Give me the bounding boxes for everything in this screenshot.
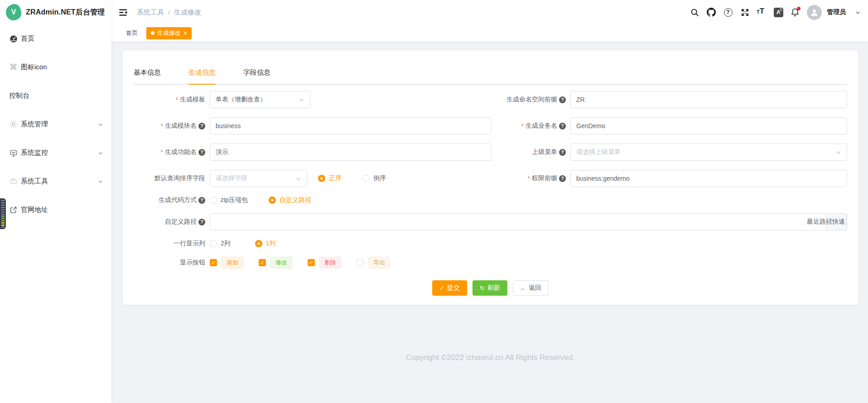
parent-menu-select[interactable]: 请选择上级菜单 xyxy=(570,144,847,161)
question-mark-glyph: ? xyxy=(724,8,733,17)
external-link-icon xyxy=(9,206,18,214)
help-circle-icon[interactable]: ? xyxy=(559,149,566,156)
notification-bell-icon[interactable] xyxy=(790,7,800,18)
help-circle-icon[interactable]: ? xyxy=(198,123,205,130)
tag-edit: 修改 xyxy=(270,257,292,269)
breadcrumb-separator: / xyxy=(168,9,170,16)
namespace-prefix-label: 生成命名空间前缀 ? xyxy=(498,96,570,104)
recent-path-button[interactable]: 最近路径快速 xyxy=(807,218,845,226)
translate-icon[interactable]: A文 xyxy=(773,7,783,18)
breadcrumb-item: 生成修改 xyxy=(174,8,201,17)
help-circle-icon[interactable]: ? xyxy=(198,197,205,204)
checkbox-icon: ✓ xyxy=(259,259,266,266)
tab-gen-info[interactable]: 生成信息 xyxy=(188,68,216,84)
sidebar-item-official-site[interactable]: 官网地址 xyxy=(0,196,111,224)
font-size-icon[interactable]: TT xyxy=(757,7,767,18)
radio-sort-asc[interactable]: 正序 xyxy=(318,174,342,182)
help-circle-icon[interactable]: ? xyxy=(559,175,566,182)
radio-zip[interactable]: zip压缩包 xyxy=(210,196,248,204)
sidebar-item-system-manage[interactable]: 系统管理 xyxy=(0,110,111,139)
tab-gen-edit[interactable]: 生成修改 × xyxy=(146,27,192,39)
user-name[interactable]: 管理员 xyxy=(827,8,846,16)
business-name-input[interactable]: GenDemo xyxy=(570,117,847,134)
sort-field-select[interactable]: 请选择字段 xyxy=(210,170,307,187)
tab-basic-info[interactable]: 基本信息 xyxy=(134,68,161,84)
checkbox-export[interactable]: 导出 xyxy=(357,257,390,269)
gen-template-select[interactable]: 单表（增删改查） xyxy=(210,91,310,108)
custom-path-input[interactable]: 最近路径快速 xyxy=(210,213,847,230)
sidebar-item-label: 系统监控 xyxy=(21,149,48,157)
topbar-actions: ? TT A文 管理员 xyxy=(690,5,863,20)
chevron-down-icon xyxy=(98,122,103,127)
back-button[interactable]: ← 返回 xyxy=(513,280,549,296)
sidebar-item-system-tools[interactable]: 系统工具 xyxy=(0,167,111,196)
chevron-down-icon xyxy=(295,176,301,182)
app-logo-icon: V xyxy=(6,4,21,20)
module-name-input[interactable]: business xyxy=(210,117,492,134)
radio-icon xyxy=(318,175,325,182)
settings-drawer-handle[interactable] xyxy=(0,198,6,229)
sidebar-item-home[interactable]: 首页 xyxy=(0,24,111,53)
collapse-menu-icon[interactable] xyxy=(118,7,128,18)
checkbox-add[interactable]: ✓ 添加 xyxy=(210,257,243,269)
radio-icon xyxy=(362,175,370,182)
radio-one-column[interactable]: 1列 xyxy=(255,240,276,248)
chevron-down-icon xyxy=(98,179,103,184)
gen-info-form: * 生成模板 单表（增删改查） xyxy=(134,91,847,296)
columns-per-row-label: 一行显示列 xyxy=(134,240,210,248)
tag-delete: 删除 xyxy=(319,257,341,269)
drawer-handle-stripes-color xyxy=(1,216,5,227)
tab-home[interactable]: 首页 xyxy=(126,29,138,37)
tag-add: 添加 xyxy=(222,257,243,269)
page-content: 基本信息 生成信息 字段信息 * 生成模板 xyxy=(111,42,868,403)
function-name-input[interactable]: 演示 xyxy=(210,144,492,161)
breadcrumb-item[interactable]: 系统工具 xyxy=(137,8,164,17)
checkbox-icon xyxy=(357,259,364,266)
refresh-icon: ↻ xyxy=(480,285,485,292)
tags-view-bar: 首页 生成修改 × xyxy=(111,24,868,42)
close-icon[interactable]: × xyxy=(183,30,187,36)
sort-field-placeholder: 请选择字段 xyxy=(216,174,247,182)
user-menu-chevron-icon[interactable] xyxy=(853,7,863,18)
help-circle-icon[interactable]: ? xyxy=(198,149,205,156)
search-icon[interactable] xyxy=(690,7,699,18)
form-card: 基本信息 生成信息 字段信息 * 生成模板 xyxy=(122,50,858,305)
avatar[interactable] xyxy=(807,5,822,20)
radio-icon xyxy=(269,197,276,204)
tag-export: 导出 xyxy=(368,257,390,269)
radio-two-columns[interactable]: 2列 xyxy=(210,240,231,248)
command-icon: ⌘ xyxy=(9,62,18,72)
function-name-label: * 生成功能名 ? xyxy=(134,148,210,156)
logo-row[interactable]: V ZRAdmin.NET后台管理 xyxy=(0,0,111,24)
help-circle-icon[interactable]: ? xyxy=(559,96,566,103)
submit-button[interactable]: ✓ 提交 xyxy=(432,280,467,296)
help-icon[interactable]: ? xyxy=(723,7,733,18)
app-title: ZRAdmin.NET后台管理 xyxy=(26,8,105,17)
form-actions: ✓ 提交 ↻ 刷新 ← 返回 xyxy=(134,280,847,296)
fullscreen-icon[interactable] xyxy=(740,7,750,18)
app-root: V ZRAdmin.NET后台管理 首页 ⌘ 图标icon 控制台 xyxy=(0,0,868,403)
sidebar-item-system-monitor[interactable]: 系统监控 xyxy=(0,139,111,167)
breadcrumb: 系统工具 / 生成修改 xyxy=(137,8,201,17)
tab-field-info[interactable]: 字段信息 xyxy=(243,68,270,84)
checkbox-edit[interactable]: ✓ 修改 xyxy=(259,257,292,269)
code-gen-mode-label: 生成代码方式 ? xyxy=(134,196,210,204)
checkbox-delete[interactable]: ✓ 删除 xyxy=(308,257,341,269)
sidebar-item-icons[interactable]: ⌘ 图标icon xyxy=(0,53,111,82)
monitor-icon xyxy=(9,149,18,157)
sidebar-item-label: 图标icon xyxy=(21,63,47,72)
radio-custom-path[interactable]: 自定义路径 xyxy=(269,196,311,204)
translate-glyph: A文 xyxy=(774,8,783,17)
help-circle-icon[interactable]: ? xyxy=(198,219,205,225)
radio-icon xyxy=(210,240,217,247)
help-circle-icon[interactable]: ? xyxy=(559,123,566,130)
namespace-prefix-input[interactable]: ZR. xyxy=(570,91,847,108)
sidebar-item-label: 系统管理 xyxy=(21,120,48,129)
sidebar-item-console[interactable]: 控制台 xyxy=(0,82,111,110)
sidebar-item-label: 首页 xyxy=(21,34,34,43)
perm-prefix-input[interactable]: business:gendemo xyxy=(570,170,847,187)
radio-sort-desc[interactable]: 倒序 xyxy=(362,174,386,182)
sidebar: V ZRAdmin.NET后台管理 首页 ⌘ 图标icon 控制台 xyxy=(0,0,111,403)
refresh-button[interactable]: ↻ 刷新 xyxy=(473,280,507,296)
github-icon[interactable] xyxy=(706,7,716,18)
